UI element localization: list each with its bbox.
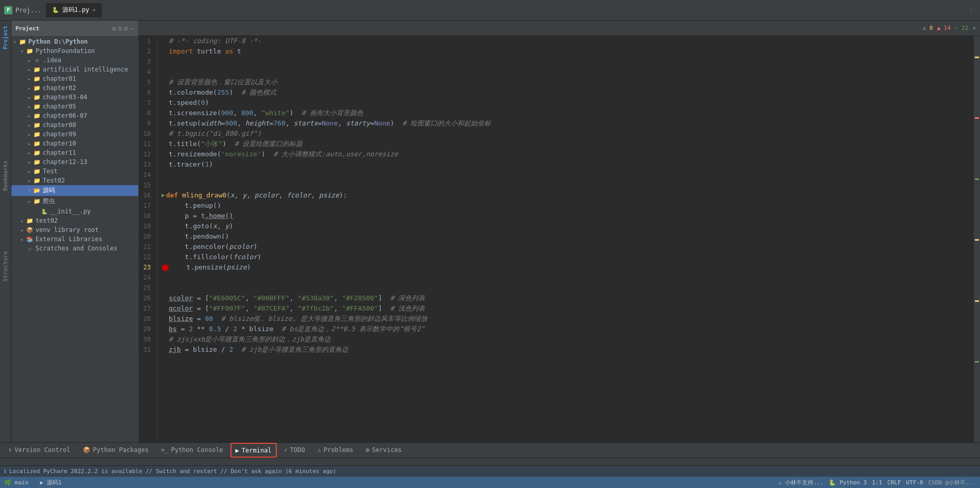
sidebar-item-11[interactable]: 📁chapter10 xyxy=(11,139,138,148)
sidebar-item-12[interactable]: 📁chapter11 xyxy=(11,148,138,157)
bottom-tab-5[interactable]: ⚠Problems xyxy=(311,443,360,458)
notification-icon: ℹ xyxy=(4,468,6,475)
sidebar-item-13[interactable]: 📁chapter12-13 xyxy=(11,157,138,167)
encoding-status[interactable]: CRLF xyxy=(887,479,901,486)
run-config[interactable]: ▶ 源码1 xyxy=(40,479,62,486)
line-number-10: 10 xyxy=(143,129,153,139)
tab-label: 源码1.py xyxy=(62,6,90,14)
bottom-tab-icon-5: ⚠ xyxy=(317,446,321,454)
sidebar-item-1[interactable]: 📁PythonFoundation xyxy=(11,46,138,56)
bottom-tab-icon-1: 📦 xyxy=(83,446,91,454)
bottom-tab-6[interactable]: ⚙Services xyxy=(360,443,408,458)
line-col-status[interactable]: 1:1 xyxy=(872,479,882,486)
line-number-23: 23 xyxy=(143,262,153,273)
sidebar-item-16[interactable]: 📂源码 xyxy=(11,185,138,196)
sidebar-item-5[interactable]: 📁chapter02 xyxy=(11,83,138,93)
python-version[interactable]: 🐍 Python 3 xyxy=(829,479,867,486)
scroll-warn-mark3 xyxy=(975,300,979,302)
sidebar-item-9[interactable]: 📁chapter08 xyxy=(11,120,138,130)
sidebar-item-17[interactable]: 📁爬虫 xyxy=(11,196,138,207)
sidebar-item-label-8: chapter06-07 xyxy=(43,112,87,119)
sidebar-item-2[interactable]: ⚙.idea xyxy=(11,56,138,65)
sidebar-item-0[interactable]: 📁Python D:\Python xyxy=(11,37,138,46)
line-number-11: 11 xyxy=(143,139,153,149)
sidebar-item-14[interactable]: 📁Test xyxy=(11,167,138,176)
scrollbar-indicators xyxy=(974,36,980,442)
status-bar: 🌿 main | ▶ 源码1 ⚠ 小林不支持... 🐍 Python 3 1:1… xyxy=(0,477,980,488)
sidebar-item-15[interactable]: 📁Test02 xyxy=(11,176,138,185)
sidebar-item-label-6: chapter03-04 xyxy=(43,94,87,101)
scroll-warn-mark2 xyxy=(975,239,979,241)
title-bar-left: P Proj... xyxy=(4,6,42,14)
tab-close-button[interactable]: × xyxy=(92,7,96,13)
breakpoint-icon[interactable]: ⬤ xyxy=(162,262,169,273)
line-number-18: 18 xyxy=(143,211,153,221)
editor-area: ⚠ 8 ▲ 14 ✓ 22 ∧ 123456789101112131415161… xyxy=(139,21,980,442)
sidebar-item-8[interactable]: 📁chapter06-07 xyxy=(11,111,138,120)
line-number-27: 27 xyxy=(143,303,153,314)
sidebar-item-4[interactable]: 📁chapter01 xyxy=(11,74,138,83)
bottom-tab-4[interactable]: ✓TODO xyxy=(278,443,311,458)
sidebar-label-bookmarks[interactable]: Bookmarks xyxy=(1,157,10,194)
sidebar-layout-icon[interactable]: ⊟ xyxy=(118,25,122,32)
sidebar-item-label-14: Test xyxy=(43,168,58,175)
code-line-30: # zjsjxxb是小等腰直角三角形的斜边，zjb是直角边 xyxy=(162,334,974,345)
code-line-11: t.title("小张") # 设置绘图窗口的标题 xyxy=(162,139,974,149)
status-separator: | xyxy=(32,479,36,486)
error-badge[interactable]: ▲ 14 xyxy=(937,25,951,31)
line-number-7: 7 xyxy=(143,98,153,108)
sidebar-item-10[interactable]: 📁chapter09 xyxy=(11,130,138,139)
code-line-15 xyxy=(162,180,974,190)
warning-status[interactable]: ⚠ 小林不支持... xyxy=(778,479,824,486)
sidebar-item-label-7: chapter05 xyxy=(43,103,76,110)
bottom-tab-3[interactable]: ▶Terminal xyxy=(230,443,277,458)
ok-badge[interactable]: ✓ 22 xyxy=(955,25,969,31)
code-line-21: t.pencolor(pcolor) xyxy=(162,242,974,252)
bottom-tab-2[interactable]: >_Python Console xyxy=(155,443,229,458)
sidebar-item-19[interactable]: 📁test02 xyxy=(11,216,138,225)
editor-tab-active[interactable]: 🐍 源码1.py × xyxy=(46,3,102,17)
code-line-17: t.penup() xyxy=(162,201,974,211)
sidebar-settings-icon[interactable]: ≡ xyxy=(124,25,128,32)
line-number-22: 22 xyxy=(143,252,153,262)
sidebar-item-6[interactable]: 📁chapter03-04 xyxy=(11,93,138,102)
project-sidebar: Project ⚙ ⊟ ≡ — 📁Python D:\Python📁Python… xyxy=(11,21,139,442)
code-line-19: t.goto(x, y) xyxy=(162,221,974,231)
bottom-tab-label-3: Terminal xyxy=(242,447,272,454)
bottom-tab-label-4: TODO xyxy=(290,446,305,454)
sidebar-item-3[interactable]: 📁artificial intelligence xyxy=(11,65,138,74)
sidebar-item-label-10: chapter09 xyxy=(43,131,76,138)
sidebar-item-21[interactable]: 📚External Libraries xyxy=(11,234,138,244)
status-left: 🌿 main | ▶ 源码1 xyxy=(4,479,772,486)
line-number-19: 19 xyxy=(143,221,153,231)
bottom-tab-0[interactable]: ↑Version Control xyxy=(2,443,77,458)
bottom-tab-1[interactable]: 📦Python Packages xyxy=(77,443,155,458)
code-line-20: t.pendown() xyxy=(162,231,974,242)
sidebar-gear-icon[interactable]: ⚙ xyxy=(112,25,116,32)
sidebar-item-7[interactable]: 📁chapter05 xyxy=(11,102,138,111)
git-icon[interactable]: 🌿 main xyxy=(4,479,28,486)
sidebar-item-20[interactable]: 📦venv library root xyxy=(11,225,138,234)
gutter-def-icon[interactable]: ▶ xyxy=(162,190,165,201)
sidebar-item-22[interactable]: ✏Scratches and Consoles xyxy=(11,244,138,253)
code-editor[interactable]: 1234567891011121314151617181920212223242… xyxy=(139,36,980,442)
sidebar-item-label-0: Python D:\Python xyxy=(28,38,88,45)
utf-status[interactable]: UTF-8 xyxy=(906,479,923,486)
minimize-button[interactable]: ⋮ xyxy=(966,6,976,14)
line-number-16: 16 xyxy=(143,190,153,201)
editor-toolbar: ⚠ 8 ▲ 14 ✓ 22 ∧ xyxy=(139,21,980,36)
expand-icon[interactable]: ∧ xyxy=(972,25,976,31)
warning-badge[interactable]: ⚠ 8 xyxy=(923,25,933,31)
sidebar-item-label-5: chapter02 xyxy=(43,84,76,92)
sidebar-label-project[interactable]: Project xyxy=(1,23,10,52)
code-line-3 xyxy=(162,57,974,67)
line-number-15: 15 xyxy=(143,180,153,190)
title-bar: P Proj... 🐍 源码1.py × ⋮ xyxy=(0,0,980,21)
sidebar-item-18[interactable]: 🐍__init__.py xyxy=(11,207,138,216)
sidebar-label-structure[interactable]: Structure xyxy=(1,248,10,285)
sidebar-item-label-13: chapter12-13 xyxy=(43,158,87,166)
line-number-3: 3 xyxy=(143,57,153,67)
code-line-23: ⬤ t.pensize(psize) xyxy=(162,262,974,273)
code-lines[interactable]: # -*- coding: UTF-8 -*-import turtle as … xyxy=(157,36,974,442)
sidebar-close-icon[interactable]: — xyxy=(130,25,134,32)
